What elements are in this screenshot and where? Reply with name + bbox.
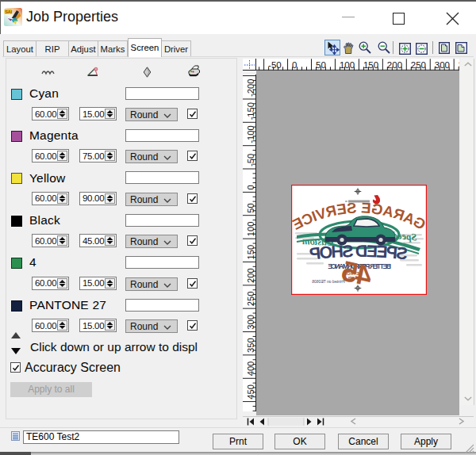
svg-text:250: 250 [246, 291, 255, 306]
svg-text:-150: -150 [246, 101, 255, 119]
svg-text:150: 150 [246, 244, 255, 259]
svg-text:50: 50 [246, 203, 255, 212]
svg-text:350: 350 [246, 338, 255, 353]
svg-text:-50: -50 [246, 153, 255, 166]
svg-text:-50: -50 [269, 60, 282, 70]
svg-text:450: 450 [246, 384, 255, 400]
svg-text:300: 300 [246, 315, 255, 330]
svg-text:400: 400 [246, 361, 255, 376]
svg-text:350: 350 [459, 60, 459, 70]
svg-text:0: 0 [246, 185, 255, 189]
svg-text:50: 50 [316, 60, 326, 70]
svg-text:100: 100 [340, 60, 355, 70]
svg-text:200: 200 [387, 60, 402, 70]
svg-text:150: 150 [363, 60, 378, 70]
svg-text:-100: -100 [246, 125, 255, 143]
svg-text:Printed on TE0606: Printed on TE0606 [312, 279, 345, 284]
svg-text:300: 300 [435, 60, 450, 70]
svg-text:-200: -200 [246, 78, 255, 96]
svg-text:SAI: SAI [5, 10, 13, 14]
svg-text:0: 0 [292, 60, 297, 70]
svg-text:250: 250 [411, 60, 426, 70]
svg-text:100: 100 [246, 221, 255, 236]
svg-text:200: 200 [246, 268, 255, 283]
